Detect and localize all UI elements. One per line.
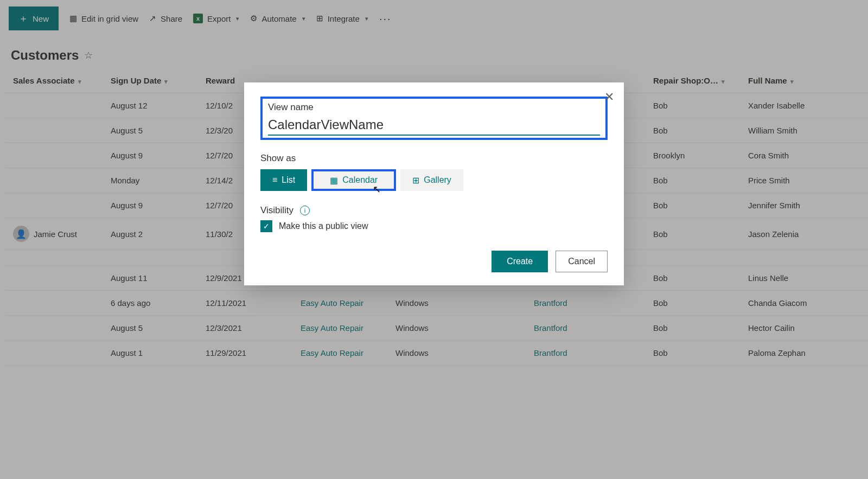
create-button[interactable]: Create bbox=[492, 251, 548, 272]
create-view-dialog: ✕ View name Show as ≡ List ▦ Calendar ↖ … bbox=[244, 82, 624, 285]
list-icon: ≡ bbox=[272, 175, 277, 185]
checkbox-checked-icon: ✓ bbox=[260, 220, 272, 232]
show-as-gallery-option[interactable]: ⊞ Gallery bbox=[400, 169, 463, 191]
gallery-icon: ⊞ bbox=[412, 175, 419, 186]
view-name-label: View name bbox=[268, 102, 600, 113]
show-as-label: Show as bbox=[260, 153, 608, 164]
visibility-row: Visibility i bbox=[260, 205, 608, 216]
cancel-button[interactable]: Cancel bbox=[556, 251, 608, 272]
opt-label: Gallery bbox=[424, 175, 451, 185]
public-view-label: Make this a public view bbox=[279, 221, 368, 231]
public-view-checkbox-row[interactable]: ✓ Make this a public view bbox=[260, 220, 608, 232]
close-icon: ✕ bbox=[604, 90, 614, 104]
close-button[interactable]: ✕ bbox=[604, 90, 614, 104]
cursor-pointer-icon: ↖ bbox=[373, 183, 381, 195]
dialog-actions: Create Cancel bbox=[260, 251, 608, 272]
show-as-options: ≡ List ▦ Calendar ↖ ⊞ Gallery bbox=[260, 169, 608, 191]
modal-overlay: ✕ View name Show as ≡ List ▦ Calendar ↖ … bbox=[0, 0, 868, 479]
view-name-input[interactable] bbox=[268, 116, 600, 136]
view-name-field-highlight: View name bbox=[260, 97, 608, 140]
calendar-icon: ▦ bbox=[330, 175, 338, 186]
show-as-list-option[interactable]: ≡ List bbox=[260, 169, 307, 191]
opt-label: List bbox=[282, 175, 295, 185]
show-as-calendar-option[interactable]: ▦ Calendar ↖ bbox=[311, 169, 396, 191]
info-icon[interactable]: i bbox=[300, 206, 310, 215]
visibility-label: Visibility bbox=[260, 205, 293, 216]
